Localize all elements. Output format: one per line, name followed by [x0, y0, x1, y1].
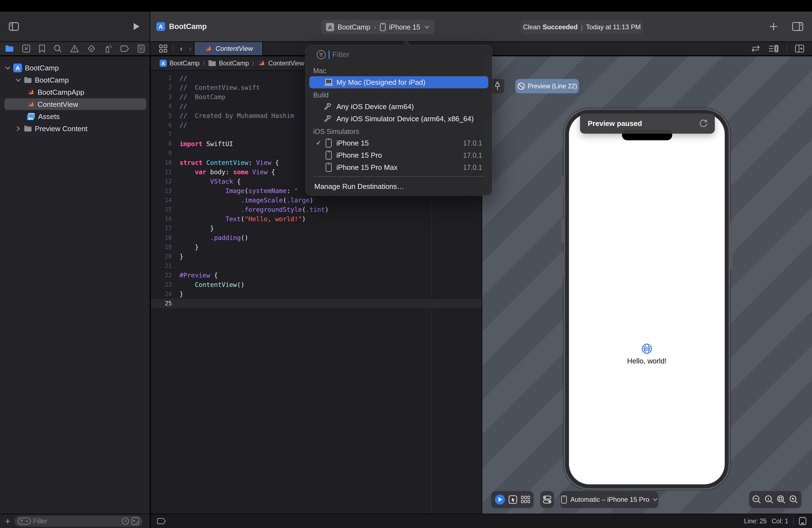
code-line-21[interactable]: 21 — [151, 261, 482, 270]
code-line-15[interactable]: 15 .foregroundStyle(.tint) — [151, 205, 482, 214]
popup-item-any-ios-simulator-device-arm64-x86-64-[interactable]: Any iOS Simulator Device (arm64, x86_64) — [309, 113, 488, 125]
code-review-icon[interactable] — [751, 45, 760, 53]
source-control-icon[interactable] — [22, 44, 30, 53]
swift-file-icon — [204, 44, 212, 53]
zoom-actual-button[interactable]: 1 — [765, 495, 774, 504]
tabbar-right-icons — [751, 42, 804, 55]
toolbar-sidebar-section — [0, 12, 150, 41]
line-number: 21 — [151, 261, 172, 270]
related-items-icon[interactable] — [159, 44, 168, 53]
code-text: // ContentView.swift — [172, 83, 260, 92]
popup-separator — [313, 176, 484, 177]
text-cursor — [329, 50, 330, 59]
code-line-20[interactable]: 20} — [151, 252, 482, 261]
variants-button[interactable] — [521, 496, 530, 503]
find-icon[interactable] — [54, 44, 62, 53]
tree-item-assets[interactable]: Assets — [0, 111, 150, 122]
flags-icon[interactable] — [131, 517, 139, 525]
code-line-25[interactable]: 25 — [151, 299, 482, 308]
scheme-selector[interactable]: A BootCamp › iPhone 15 — [321, 20, 434, 34]
scheme-name[interactable]: BootCamp — [337, 23, 370, 31]
sidebar-toggle-icon[interactable] — [9, 22, 19, 31]
add-button[interactable] — [769, 23, 778, 31]
code-line-14[interactable]: 14 .imageScale(.large) — [151, 195, 482, 205]
popup-filter-field[interactable]: Filter — [317, 48, 349, 61]
line-number: 2 — [151, 83, 172, 92]
refresh-icon[interactable] — [699, 119, 708, 128]
reports-icon[interactable] — [137, 44, 145, 53]
disclosure-right-icon[interactable] — [15, 126, 21, 131]
code-line-17[interactable]: 17 } — [151, 224, 482, 233]
adjust-editor-icon[interactable] — [768, 44, 779, 53]
code-line-22[interactable]: 22#Preview { — [151, 270, 482, 280]
device-settings-button[interactable] — [543, 495, 552, 504]
device-status-icon[interactable] — [799, 517, 807, 525]
pin-preview-button[interactable] — [491, 79, 504, 93]
add-editor-icon[interactable] — [795, 44, 804, 53]
popup-item-iphone-15-pro-max[interactable]: iPhone 15 Pro Max17.0.1 — [309, 161, 488, 173]
breadcrumb-item[interactable]: BootCamp — [219, 60, 249, 67]
tree-item-contentview[interactable]: ContentView — [0, 98, 150, 111]
tree-item-bootcamp[interactable]: ABootCamp — [0, 62, 150, 74]
tree-item-preview-content[interactable]: Preview Content — [0, 122, 150, 135]
destination-name[interactable]: iPhone 15 — [389, 23, 420, 31]
manage-destinations-item[interactable]: Manage Run Destinations… — [314, 182, 404, 191]
live-preview-button[interactable] — [495, 494, 505, 505]
breadcrumb-item[interactable]: ContentView — [268, 60, 304, 67]
status-time: Today at 11:13 PM — [586, 23, 641, 31]
zoom-fit-button[interactable] — [777, 495, 786, 504]
popup-section-header: Build — [313, 91, 329, 99]
swift-icon — [27, 88, 35, 97]
issues-icon[interactable] — [70, 45, 79, 53]
code-text: // BootCamp — [172, 92, 226, 102]
disclosure-down-icon[interactable] — [5, 66, 11, 70]
line-number: 6 — [151, 120, 172, 130]
preview-line-pill[interactable]: Preview (Line 22) — [516, 79, 579, 93]
tab-label: ContentView — [215, 45, 253, 53]
recent-icon[interactable] — [121, 517, 129, 525]
forward-button[interactable]: › — [189, 44, 192, 53]
tree-item-label: BootCamp — [25, 64, 59, 72]
preview-device-pill[interactable]: Automatic – iPhone 15 Pro — [560, 491, 658, 508]
breakpoint-icon[interactable] — [157, 518, 166, 524]
popup-item-my-mac-designed-for-ipad-[interactable]: My Mac (Designed for iPad) — [309, 76, 488, 88]
run-button[interactable] — [133, 23, 140, 30]
selectable-mode-button[interactable] — [508, 495, 517, 504]
tree-item-bootcamp[interactable]: BootCamp — [0, 74, 150, 86]
popup-item-any-ios-device-arm64-[interactable]: Any iOS Device (arm64) — [309, 101, 488, 113]
popup-item-iphone-15[interactable]: ✓iPhone 1517.0.1 — [309, 137, 488, 149]
project-navigator-icon[interactable] — [5, 45, 14, 53]
tab-contentview[interactable]: ContentView — [194, 42, 263, 55]
code-text: // — [172, 120, 187, 130]
checkmark-icon: ✓ — [309, 140, 323, 147]
debug-icon[interactable] — [104, 44, 112, 53]
breadcrumb-item[interactable]: BootCamp — [170, 60, 200, 67]
appstore-icon: A — [13, 63, 22, 72]
code-text — [172, 299, 179, 308]
popup-item-iphone-15-pro[interactable]: iPhone 15 Pro17.0.1 — [309, 149, 488, 161]
inspector-toggle-icon[interactable] — [792, 22, 803, 31]
tree-item-bootcampapp[interactable]: BootCampApp — [0, 86, 150, 98]
disclosure-down-icon[interactable] — [15, 78, 21, 82]
tree-item-label: ContentView — [38, 100, 78, 109]
back-button[interactable]: ‹ — [180, 44, 183, 53]
code-line-19[interactable]: 19 } — [151, 243, 482, 252]
volume-down-button — [561, 253, 563, 278]
tests-icon[interactable] — [87, 44, 96, 53]
sidebar-filter-field[interactable]: Filter — [14, 516, 143, 527]
code-line-18[interactable]: 18 .padding() — [151, 233, 482, 243]
code-line-24[interactable]: 24} — [151, 289, 482, 299]
chevron-down-icon — [653, 498, 657, 501]
os-version: 17.0.1 — [463, 163, 482, 172]
code-text: VStack { — [172, 177, 241, 186]
zoom-out-button[interactable] — [752, 495, 762, 504]
bookmarks-icon[interactable] — [39, 44, 45, 53]
code-line-23[interactable]: 23 ContentView() — [151, 280, 482, 289]
status-result: Succeeded — [543, 23, 578, 31]
zoom-in-button[interactable] — [789, 495, 798, 504]
code-line-16[interactable]: 16 Text("Hello, world!") — [151, 214, 482, 224]
filter-placeholder: Filter — [332, 50, 349, 59]
add-file-button[interactable]: + — [5, 516, 11, 527]
breakpoints-icon[interactable] — [120, 45, 129, 52]
code-text: import SwiftUI — [172, 139, 233, 149]
